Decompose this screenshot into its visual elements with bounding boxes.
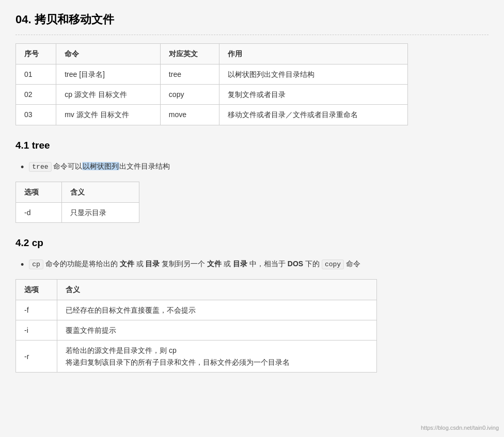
col-header-option: 选项 (16, 182, 62, 202)
table-row: -r 若给出的源文件是目录文件，则 cp 将递归复制该目录下的所有子目录和文件，… (16, 341, 377, 373)
col-header-option: 选项 (16, 280, 57, 300)
table-row: -i 覆盖文件前提示 (16, 320, 377, 341)
cell: 02 (16, 84, 56, 104)
cell: 03 (16, 105, 56, 125)
cell: 只显示目录 (61, 202, 139, 222)
cell: -f (16, 300, 57, 320)
col-header-usage: 作用 (219, 44, 407, 64)
bullet-content: cp 命令的功能是将给出的 文件 或 目录 复制到另一个 文件 或 目录 中，相… (29, 258, 360, 270)
bold-text: 文件 (120, 260, 134, 268)
copy-code-inline: copy (322, 260, 344, 269)
cell: -r (16, 341, 57, 373)
cell: 若给出的源文件是目录文件，则 cp 将递归复制该目录下的所有子目录和文件，目标文… (57, 341, 377, 373)
cell: -i (16, 320, 57, 341)
cell: 移动文件或者目录／文件或者目录重命名 (219, 105, 407, 125)
cell: move (160, 105, 219, 125)
cell: 已经存在的目标文件直接覆盖，不会提示 (57, 300, 377, 320)
bold-text: 文件 (207, 260, 222, 268)
section-41-option-table: 选项 含义 -d 只显示目录 (15, 182, 139, 223)
bold-text: 目录 (145, 260, 160, 268)
section-42-title: 4.2 cp (15, 235, 489, 251)
col-header-meaning: 含义 (57, 280, 377, 300)
watermark: https://blog.csdn.net/tain0.iving (421, 424, 499, 433)
main-title: 04. 拷贝和移动文件 (15, 10, 489, 35)
table-row: -d 只显示目录 (16, 202, 139, 222)
cp-code-inline: cp (29, 260, 43, 269)
bold-text: 目录 (233, 260, 247, 268)
section-41-bullet: • tree 命令可以以树状图列出文件目录结构 (21, 160, 489, 174)
col-header-cmd: 命令 (56, 44, 161, 64)
table-row: -f 已经存在的目标文件直接覆盖，不会提示 (16, 300, 377, 320)
cell: tree (160, 64, 219, 84)
cell: 以树状图列出文件目录结构 (219, 64, 407, 84)
cell: -d (16, 202, 62, 222)
bold-text: DOS (288, 260, 303, 268)
col-header-en: 对应英文 (160, 44, 219, 64)
cell: tree [目录名] (56, 64, 161, 84)
section-41-title: 4.1 tree (15, 138, 489, 153)
section-42-option-table: 选项 含义 -f 已经存在的目标文件直接覆盖，不会提示 -i 覆盖文件前提示 -… (15, 279, 377, 373)
table-row: 03 mv 源文件 目标文件 move 移动文件或者目录／文件或者目录重命名 (16, 105, 408, 125)
tree-code-inline: tree (29, 162, 51, 172)
cell: 覆盖文件前提示 (57, 320, 377, 341)
main-table: 序号 命令 对应英文 作用 01 tree [目录名] tree 以树状图列出文… (15, 43, 408, 125)
bullet-icon: • (21, 160, 24, 174)
table-row: 01 tree [目录名] tree 以树状图列出文件目录结构 (16, 64, 408, 84)
highlight-text: 以树状图列 (82, 162, 119, 170)
bullet-icon: • (21, 258, 24, 272)
cell: mv 源文件 目标文件 (56, 105, 161, 125)
col-header-meaning: 含义 (61, 182, 139, 202)
cell: cp 源文件 目标文件 (56, 84, 161, 104)
section-42-bullet: • cp 命令的功能是将给出的 文件 或 目录 复制到另一个 文件 或 目录 中… (21, 258, 489, 272)
cell: copy (160, 84, 219, 104)
cell: 复制文件或者目录 (219, 84, 407, 104)
cell: 01 (16, 64, 56, 84)
page-container: 04. 拷贝和移动文件 序号 命令 对应英文 作用 01 tree [目录名] … (0, 0, 504, 437)
bullet-content: tree 命令可以以树状图列出文件目录结构 (29, 160, 170, 173)
table-row: 02 cp 源文件 目标文件 copy 复制文件或者目录 (16, 84, 408, 104)
col-header-num: 序号 (16, 44, 56, 64)
